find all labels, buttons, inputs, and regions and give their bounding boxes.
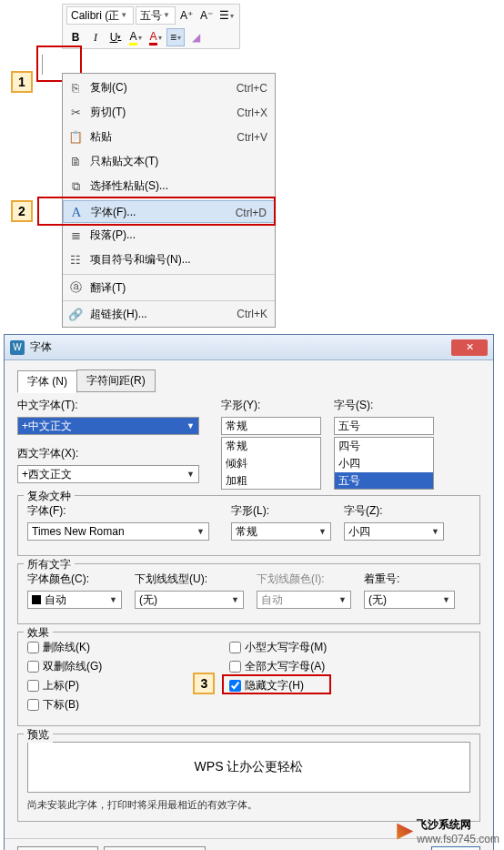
emphasis-label: 着重号:	[364, 572, 455, 587]
highlight-button[interactable]: A▾	[126, 28, 145, 46]
pastespecial-icon: ⧉	[68, 179, 83, 194]
preview-fieldset: 预览 WPS 让办公更轻松 尚未安装此字体，打印时将采用最相近的有效字体。	[17, 734, 480, 822]
complex-fieldset: 复杂文种 字体(F): Times New Roman▼ 字形(L): 常规▼ …	[17, 495, 480, 556]
underline-combo[interactable]: (无)▼	[135, 591, 244, 609]
menu-cut[interactable]: ✂剪切(T)Ctrl+X	[63, 100, 275, 125]
cn-font-combo[interactable]: +中文正文▼	[17, 417, 199, 435]
app-icon: W	[10, 340, 25, 355]
formatting-toolbar: Calibri (正▼ 五号▼ A⁺ A⁻ ☰▾ B I U▾ A▾ A▾ ≡▾…	[62, 4, 240, 49]
complex-style-label: 字形(L):	[231, 503, 331, 519]
watermark: 飞沙系统网 www.fs0745.com	[397, 817, 499, 845]
font-icon: A	[69, 206, 84, 220]
bold-button[interactable]: B	[66, 28, 85, 46]
eraser-button[interactable]: ◢	[186, 28, 205, 46]
menu-paragraph[interactable]: ≣段落(P)...	[63, 223, 275, 248]
underline-label: 下划线线型(U):	[135, 572, 244, 587]
style-label: 字形(Y):	[221, 398, 321, 413]
font-selector[interactable]: Calibri (正▼	[66, 6, 134, 25]
texteffect-button[interactable]: 文本效果(E)...▾	[104, 846, 206, 850]
context-menu: ⎘复制(C)Ctrl+C ✂剪切(T)Ctrl+X 📋粘贴Ctrl+V 🗎只粘贴…	[62, 73, 276, 328]
smallcaps-checkbox[interactable]: 小型大写字母(M)	[229, 640, 327, 655]
menu-paste-text[interactable]: 🗎只粘贴文本(T)	[63, 149, 275, 174]
menu-copy[interactable]: ⎘复制(C)Ctrl+C	[63, 76, 275, 100]
tab-spacing[interactable]: 字符间距(R)	[76, 369, 156, 392]
color-label: 字体颜色(C):	[27, 572, 122, 587]
cn-font-label: 中文字体(T):	[17, 398, 208, 413]
west-font-label: 西文字体(X):	[17, 446, 208, 461]
ucolor-combo[interactable]: 自动▼	[257, 591, 351, 609]
menu-font[interactable]: A字体(F)...Ctrl+D	[63, 200, 275, 223]
underline-button[interactable]: U▾	[106, 28, 125, 46]
complex-style-combo[interactable]: 常规▼	[231, 522, 331, 541]
menu-bullets[interactable]: ☷项目符号和编号(N)...	[63, 248, 275, 272]
decrease-font-button[interactable]: A⁻	[197, 6, 216, 25]
close-button[interactable]: ✕	[451, 339, 488, 356]
watermark-logo-icon	[397, 824, 413, 840]
link-icon: 🔗	[68, 307, 83, 321]
linespacing-button[interactable]: ☰▾	[217, 6, 236, 25]
copy-icon: ⎘	[68, 81, 83, 96]
menu-paste[interactable]: 📋粘贴Ctrl+V	[63, 125, 275, 149]
fontcolor-button[interactable]: A▾	[146, 28, 165, 46]
complex-size-label: 字号(Z):	[344, 503, 444, 519]
complex-font-combo[interactable]: Times New Roman▼	[27, 522, 209, 541]
size-input[interactable]: 五号	[334, 417, 434, 435]
size-listbox[interactable]: 四号 小四 五号	[334, 437, 434, 490]
ucolor-label: 下划线颜色(I):	[257, 572, 351, 587]
emphasis-combo[interactable]: (无)▼	[364, 591, 455, 609]
callout-1: 1	[11, 71, 33, 93]
preview-note: 尚未安装此字体，打印时将采用最相近的有效字体。	[27, 798, 470, 812]
callout-2: 2	[11, 200, 33, 222]
paste-icon: 📋	[68, 130, 83, 145]
default-button[interactable]: 默认(D)...▾	[17, 846, 98, 850]
preview-box: WPS 让办公更轻松	[27, 742, 470, 793]
style-listbox[interactable]: 常规 倾斜 加粗	[221, 437, 321, 490]
callout-3: 3	[193, 673, 215, 694]
hidden-checkbox[interactable]: 隐藏文字(H)	[229, 678, 327, 693]
strike-checkbox[interactable]: 删除线(K)	[27, 640, 102, 655]
menu-hyperlink[interactable]: 🔗超链接(H)...Ctrl+K	[63, 300, 275, 325]
tab-font[interactable]: 字体 (N)	[17, 370, 77, 393]
sup-checkbox[interactable]: 上标(P)	[27, 678, 102, 693]
dialog-title: 字体	[30, 339, 52, 355]
allchar-fieldset: 所有文字 字体颜色(C): 自动▼ 下划线线型(U): (无)▼ 下划线颜色(I…	[17, 563, 480, 624]
ok-button[interactable]: 确定	[431, 846, 480, 850]
color-combo[interactable]: 自动▼	[27, 591, 122, 609]
menu-paste-special[interactable]: ⧉选择性粘贴(S)...	[63, 174, 275, 198]
size-selector[interactable]: 五号▼	[136, 6, 176, 25]
sub-checkbox[interactable]: 下标(B)	[27, 697, 102, 713]
style-input[interactable]: 常规	[221, 417, 321, 435]
allcaps-checkbox[interactable]: 全部大写字母(A)	[229, 659, 327, 674]
west-font-combo[interactable]: +西文正文▼	[17, 465, 199, 483]
paragraph-icon: ≣	[68, 228, 83, 243]
complex-size-combo[interactable]: 小四▼	[344, 522, 444, 541]
translate-icon: ⓐ	[68, 280, 83, 295]
dialog-titlebar: W 字体 ✕	[5, 335, 493, 360]
menu-translate[interactable]: ⓐ翻译(T)	[63, 274, 275, 299]
dstrike-checkbox[interactable]: 双删除线(G)	[27, 659, 102, 674]
cut-icon: ✂	[68, 106, 83, 120]
size-label: 字号(S):	[334, 398, 434, 413]
italic-button[interactable]: I	[86, 28, 105, 46]
effects-fieldset: 效果 删除线(K) 双删除线(G) 上标(P) 下标(B) 小型大写字母(M) …	[17, 632, 480, 726]
pastetext-icon: 🗎	[68, 155, 83, 169]
font-dialog: W 字体 ✕ 字体 (N) 字符间距(R) 中文字体(T): +中文正文▼ 西文…	[4, 334, 494, 850]
complex-font-label: 字体(F):	[27, 503, 218, 519]
increase-font-button[interactable]: A⁺	[177, 6, 196, 25]
align-button[interactable]: ≡▾	[166, 28, 185, 46]
bullets-icon: ☷	[68, 253, 83, 268]
